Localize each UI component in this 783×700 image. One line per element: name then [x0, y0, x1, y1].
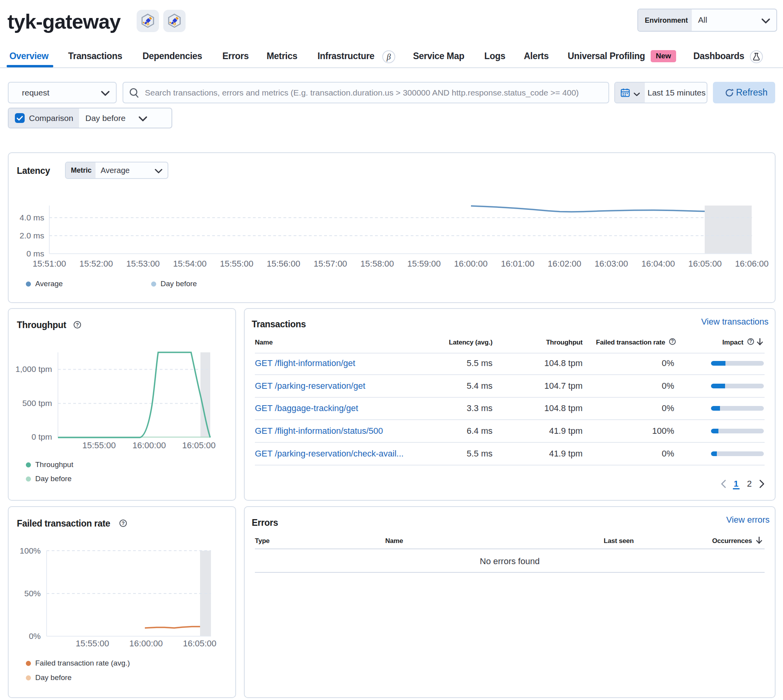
svg-text:16:04:00: 16:04:00: [641, 259, 675, 269]
svg-text:16:06:00: 16:06:00: [735, 259, 769, 269]
svg-text:15:51:00: 15:51:00: [32, 259, 66, 269]
svg-text:β: β: [386, 52, 391, 61]
svg-text:15:59:00: 15:59:00: [407, 259, 441, 269]
svg-text:0 tpm: 0 tpm: [31, 432, 52, 441]
svg-text:15:58:00: 15:58:00: [361, 259, 394, 269]
svg-text:16:05:00: 16:05:00: [183, 639, 216, 648]
svg-text:15:55:00: 15:55:00: [82, 440, 116, 450]
svg-text:500 tpm: 500 tpm: [22, 399, 52, 408]
svg-text:15:52:00: 15:52:00: [79, 259, 113, 269]
svg-text:0%: 0%: [29, 631, 41, 640]
svg-text:16:05:00: 16:05:00: [182, 440, 216, 450]
svg-text:16:02:00: 16:02:00: [548, 259, 581, 269]
svg-text:15:53:00: 15:53:00: [126, 259, 160, 269]
svg-text:15:54:00: 15:54:00: [173, 259, 207, 269]
svg-text:15:55:00: 15:55:00: [220, 259, 254, 269]
svg-text:1,000 tpm: 1,000 tpm: [16, 364, 52, 373]
svg-text:15:56:00: 15:56:00: [267, 259, 300, 269]
svg-text:2.0 ms: 2.0 ms: [20, 231, 44, 240]
svg-text:16:00:00: 16:00:00: [132, 440, 166, 450]
svg-text:15:57:00: 15:57:00: [314, 259, 347, 269]
svg-text:16:00:00: 16:00:00: [454, 259, 488, 269]
svg-text:100%: 100%: [20, 546, 41, 555]
svg-text:16:03:00: 16:03:00: [595, 259, 628, 269]
svg-text:15:55:00: 15:55:00: [76, 639, 109, 648]
svg-text:16:00:00: 16:00:00: [129, 639, 163, 648]
svg-text:16:01:00: 16:01:00: [501, 259, 534, 269]
svg-text:4.0 ms: 4.0 ms: [20, 213, 44, 222]
svg-text:0 ms: 0 ms: [26, 249, 44, 258]
svg-text:50%: 50%: [24, 589, 41, 598]
svg-text:16:05:00: 16:05:00: [688, 259, 722, 269]
